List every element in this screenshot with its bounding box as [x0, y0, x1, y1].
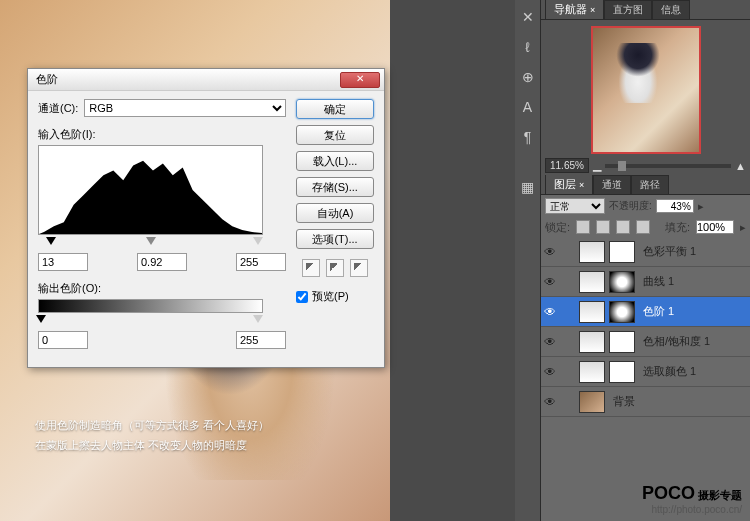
visibility-eye-icon[interactable]: 👁: [543, 275, 557, 289]
layer-row[interactable]: 👁背景: [541, 387, 750, 417]
layer-row[interactable]: 👁色彩平衡 1: [541, 237, 750, 267]
lock-move-icon[interactable]: [616, 220, 630, 234]
output-slider[interactable]: [38, 315, 263, 327]
tab-histogram[interactable]: 直方图: [604, 0, 652, 19]
lock-all-icon[interactable]: [636, 220, 650, 234]
auto-button[interactable]: 自动(A): [296, 203, 374, 223]
layer-mask-thumb[interactable]: [609, 301, 635, 323]
channel-select[interactable]: RGB: [84, 99, 286, 117]
layers-icon[interactable]: ▦: [519, 178, 537, 196]
zoom-in-icon[interactable]: ▲: [735, 160, 746, 172]
caption-line: 使用色阶制造暗角（可等方式很多 看个人喜好）: [35, 416, 269, 436]
ok-button[interactable]: 确定: [296, 99, 374, 119]
tab-layers[interactable]: 图层×: [545, 174, 593, 194]
input-slider[interactable]: [38, 237, 263, 249]
layer-row[interactable]: 👁选取颜色 1: [541, 357, 750, 387]
visibility-eye-icon[interactable]: 👁: [543, 245, 557, 259]
paragraph-icon[interactable]: ¶: [519, 128, 537, 146]
input-gamma-field[interactable]: [137, 253, 187, 271]
eyedropper-gray-icon[interactable]: [326, 259, 344, 277]
layer-mask-thumb[interactable]: [609, 241, 635, 263]
layer-name[interactable]: 选取颜色 1: [639, 364, 748, 379]
tab-navigator[interactable]: 导航器×: [545, 0, 604, 19]
preview-checkbox[interactable]: [296, 291, 308, 303]
adjustment-thumb[interactable]: [579, 361, 605, 383]
dialog-titlebar[interactable]: 色阶 ✕: [28, 69, 384, 91]
caption-line: 在蒙版上擦去人物主体 不改变人物的明暗度: [35, 436, 269, 456]
white-point-handle[interactable]: [253, 237, 263, 245]
lock-paint-icon[interactable]: [596, 220, 610, 234]
output-levels-label: 输出色阶(O):: [38, 281, 286, 296]
input-black-field[interactable]: [38, 253, 88, 271]
navigator-tabs: 导航器× 直方图 信息: [541, 0, 750, 20]
text-icon[interactable]: A: [519, 98, 537, 116]
layer-name[interactable]: 色彩平衡 1: [639, 244, 748, 259]
options-button[interactable]: 选项(T)...: [296, 229, 374, 249]
preview-label: 预览(P): [312, 289, 349, 304]
fill-arrow-icon[interactable]: ▸: [740, 221, 746, 234]
output-black-field[interactable]: [38, 331, 88, 349]
layer-name[interactable]: 色阶 1: [639, 304, 748, 319]
save-button[interactable]: 存储(S)...: [296, 177, 374, 197]
blend-mode-select[interactable]: 正常: [545, 198, 605, 214]
zoom-value[interactable]: 11.65%: [545, 158, 589, 173]
lock-transparent-icon[interactable]: [576, 220, 590, 234]
opacity-arrow-icon[interactable]: ▸: [698, 200, 704, 213]
layers-tabs: 图层× 通道 路径: [541, 175, 750, 195]
watermark: POCO 摄影专题 http://photo.poco.cn/: [642, 483, 742, 515]
lock-label: 锁定:: [545, 220, 570, 235]
input-white-field[interactable]: [236, 253, 286, 271]
out-white-handle[interactable]: [253, 315, 263, 323]
adjustment-thumb[interactable]: [579, 241, 605, 263]
image-thumb[interactable]: [579, 391, 605, 413]
layer-mask-thumb[interactable]: [609, 361, 635, 383]
arrow-icon[interactable]: ✕: [519, 8, 537, 26]
layer-name[interactable]: 背景: [609, 394, 748, 409]
tutorial-caption: 使用色阶制造暗角（可等方式很多 看个人喜好） 在蒙版上擦去人物主体 不改变人物的…: [35, 416, 269, 456]
layer-mask-thumb[interactable]: [609, 331, 635, 353]
layer-list: 👁色彩平衡 1👁曲线 1👁色阶 1👁色相/饱和度 1👁选取颜色 1👁背景: [541, 237, 750, 521]
input-levels-label: 输入色阶(I):: [38, 127, 286, 142]
fill-label: 填充:: [665, 220, 690, 235]
layer-row[interactable]: 👁色阶 1: [541, 297, 750, 327]
black-point-handle[interactable]: [46, 237, 56, 245]
opacity-label: 不透明度:: [609, 199, 652, 213]
fill-field[interactable]: [696, 220, 734, 234]
zoom-out-icon[interactable]: ▁: [593, 159, 601, 172]
opacity-field[interactable]: [656, 199, 694, 213]
layer-row[interactable]: 👁色相/饱和度 1: [541, 327, 750, 357]
out-black-handle[interactable]: [36, 315, 46, 323]
output-white-field[interactable]: [236, 331, 286, 349]
tab-channels[interactable]: 通道: [593, 175, 631, 194]
reset-button[interactable]: 复位: [296, 125, 374, 145]
visibility-eye-icon[interactable]: 👁: [543, 335, 557, 349]
gamma-handle[interactable]: [146, 237, 156, 245]
layer-mask-thumb[interactable]: [609, 271, 635, 293]
dialog-title: 色阶: [32, 72, 340, 87]
tab-info[interactable]: 信息: [652, 0, 690, 19]
zoom-slider[interactable]: [605, 164, 731, 168]
right-panel-dock: ✕ ℓ ⊕ A ¶ ▦ 导航器× 直方图 信息 11.65% ▁ ▲ 图层× 通…: [515, 0, 750, 521]
tool-strip: ✕ ℓ ⊕ A ¶ ▦: [515, 0, 541, 521]
adjustment-thumb[interactable]: [579, 301, 605, 323]
navigator-panel: 11.65% ▁ ▲: [541, 20, 750, 175]
adjustment-thumb[interactable]: [579, 331, 605, 353]
visibility-eye-icon[interactable]: 👁: [543, 305, 557, 319]
brush-icon[interactable]: ℓ: [519, 38, 537, 56]
channel-label: 通道(C):: [38, 101, 78, 116]
clone-icon[interactable]: ⊕: [519, 68, 537, 86]
adjustment-thumb[interactable]: [579, 271, 605, 293]
levels-dialog: 色阶 ✕ 通道(C): RGB 输入色阶(I):: [27, 68, 385, 368]
visibility-eye-icon[interactable]: 👁: [543, 365, 557, 379]
navigator-thumbnail[interactable]: [591, 26, 701, 154]
eyedropper-black-icon[interactable]: [302, 259, 320, 277]
layer-name[interactable]: 色相/饱和度 1: [639, 334, 748, 349]
load-button[interactable]: 载入(L)...: [296, 151, 374, 171]
histogram[interactable]: [38, 145, 263, 235]
visibility-eye-icon[interactable]: 👁: [543, 395, 557, 409]
tab-paths[interactable]: 路径: [631, 175, 669, 194]
close-button[interactable]: ✕: [340, 72, 380, 88]
layer-row[interactable]: 👁曲线 1: [541, 267, 750, 297]
layer-name[interactable]: 曲线 1: [639, 274, 748, 289]
eyedropper-white-icon[interactable]: [350, 259, 368, 277]
